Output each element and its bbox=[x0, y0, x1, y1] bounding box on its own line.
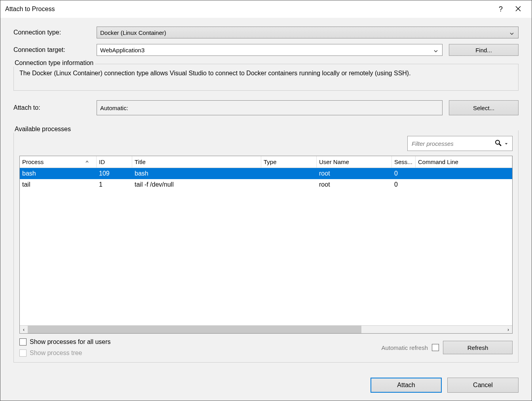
col-command-line[interactable]: Command Line bbox=[416, 156, 512, 168]
automatic-refresh-label: Automatic refresh bbox=[381, 344, 428, 351]
attach-to-value-box: Automatic: bbox=[97, 100, 443, 115]
col-title[interactable]: Title bbox=[132, 156, 261, 168]
chevron-down-icon[interactable] bbox=[504, 140, 508, 147]
col-id[interactable]: ID bbox=[97, 156, 132, 168]
connection-info-text: The Docker (Linux Container) connection … bbox=[19, 70, 513, 77]
checkbox-icon bbox=[19, 349, 27, 357]
connection-target-combo[interactable]: WebApplication3 bbox=[97, 44, 443, 56]
connection-target-value: WebApplication3 bbox=[100, 47, 144, 53]
col-session[interactable]: Sess... bbox=[392, 156, 416, 168]
connection-info-fieldset: Connection type information The Docker (… bbox=[13, 64, 519, 91]
attach-to-value: Automatic: bbox=[100, 105, 128, 111]
process-table: Process ID Title Type User Name Sess... … bbox=[19, 156, 513, 334]
connection-target-label: Connection target: bbox=[13, 46, 97, 53]
scroll-track[interactable] bbox=[28, 326, 504, 333]
svg-line-3 bbox=[499, 144, 501, 146]
below-table-row: Show processes for all users Show proces… bbox=[19, 338, 513, 357]
table-row[interactable]: tail 1 tail -f /dev/null root 0 bbox=[20, 179, 512, 190]
attach-to-row: Attach to: Automatic: Select... bbox=[13, 100, 519, 115]
attach-to-process-dialog: Attach to Process ? Connection type: Doc… bbox=[0, 0, 532, 401]
chevron-down-icon bbox=[509, 31, 514, 37]
right-controls: Automatic refresh Refresh bbox=[381, 341, 513, 354]
checkbox-group: Show processes for all users Show proces… bbox=[19, 338, 381, 357]
find-button[interactable]: Find... bbox=[449, 44, 519, 56]
table-body: bash 109 bash root 0 tail 1 tail -f /dev… bbox=[20, 168, 512, 325]
window-title: Attach to Process bbox=[5, 6, 492, 13]
show-process-tree-checkbox: Show process tree bbox=[19, 349, 381, 357]
dialog-footer: Attach Cancel bbox=[0, 370, 532, 401]
scroll-right-icon[interactable]: › bbox=[504, 326, 512, 333]
available-processes-section: Available processes Process bbox=[13, 130, 519, 363]
table-row[interactable]: bash 109 bash root 0 bbox=[20, 168, 512, 179]
automatic-refresh-checkbox[interactable] bbox=[432, 344, 439, 351]
scroll-left-icon[interactable]: ‹ bbox=[20, 326, 28, 333]
attach-to-label: Attach to: bbox=[13, 104, 97, 111]
attach-button[interactable]: Attach bbox=[370, 378, 442, 393]
filter-input[interactable] bbox=[412, 140, 492, 147]
col-type[interactable]: Type bbox=[261, 156, 317, 168]
col-user[interactable]: User Name bbox=[317, 156, 392, 168]
chevron-down-icon bbox=[433, 48, 438, 55]
col-process[interactable]: Process bbox=[20, 156, 97, 168]
show-all-users-checkbox[interactable]: Show processes for all users bbox=[19, 338, 381, 346]
cancel-button[interactable]: Cancel bbox=[447, 378, 519, 393]
refresh-button[interactable]: Refresh bbox=[443, 341, 513, 354]
horizontal-scrollbar[interactable]: ‹ › bbox=[20, 325, 512, 333]
connection-type-row: Connection type: Docker (Linux Container… bbox=[13, 27, 519, 38]
content-area: Connection type: Docker (Linux Container… bbox=[0, 18, 532, 370]
scroll-thumb[interactable] bbox=[28, 326, 361, 333]
sort-ascending-icon bbox=[85, 158, 89, 165]
close-button[interactable] bbox=[509, 0, 527, 18]
filter-row bbox=[19, 136, 513, 151]
filter-processes-box[interactable] bbox=[407, 136, 513, 151]
connection-type-label: Connection type: bbox=[13, 29, 97, 36]
close-icon bbox=[515, 5, 521, 13]
connection-target-row: Connection target: WebApplication3 Find.… bbox=[13, 44, 519, 56]
connection-type-value: Docker (Linux Container) bbox=[100, 29, 166, 36]
checkbox-icon bbox=[19, 338, 27, 346]
svg-point-2 bbox=[496, 140, 500, 144]
available-processes-label: Available processes bbox=[13, 126, 72, 133]
connection-info-header: Connection type information bbox=[13, 59, 95, 67]
table-header: Process ID Title Type User Name Sess... … bbox=[20, 156, 512, 168]
titlebar: Attach to Process ? bbox=[0, 0, 532, 18]
help-button[interactable]: ? bbox=[492, 0, 509, 18]
select-button[interactable]: Select... bbox=[449, 100, 519, 115]
search-icon bbox=[495, 139, 502, 148]
connection-type-dropdown[interactable]: Docker (Linux Container) bbox=[97, 27, 519, 38]
